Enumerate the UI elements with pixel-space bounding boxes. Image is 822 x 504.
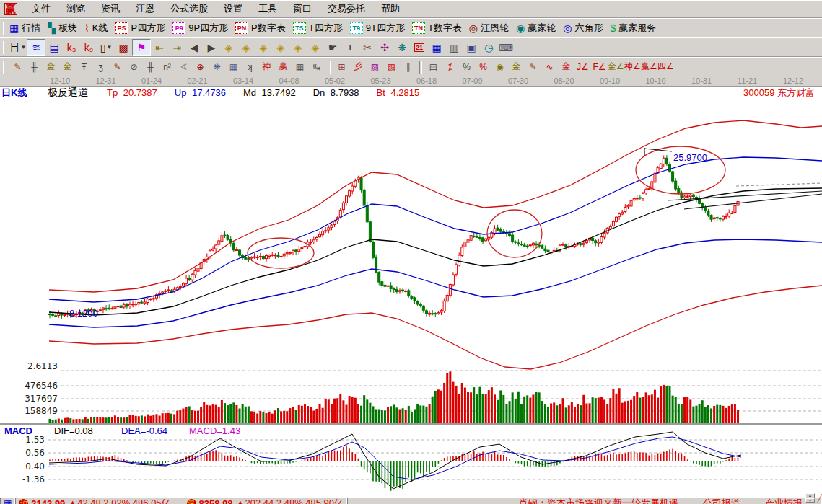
toolbar-button-t-square[interactable]: TST四方形 [293,22,343,35]
tool-next[interactable]: ▶ [203,40,220,55]
status-grid-button[interactable]: ▦ [0,498,15,504]
tool-pattern[interactable]: ▩ [115,40,132,55]
tool-chart-style[interactable]: ≋ [27,39,45,56]
tool-calculator[interactable]: ▦ [428,40,445,55]
draw-tool[interactable]: 神 [258,60,275,74]
draw-tool[interactable]: F∠ [591,60,608,74]
draw-tool[interactable]: 神∠ [624,60,641,74]
draw-tool[interactable]: n² [159,60,175,74]
draw-tool[interactable]: ▦ [225,60,242,74]
menu-item[interactable]: 文件 [32,2,51,15]
tool-calendar[interactable]: 21 [411,40,428,55]
draw-tool[interactable]: ▦ [292,60,308,74]
tool-hand[interactable]: ☛ [324,40,341,55]
draw-tool[interactable]: 金 [43,60,59,74]
tool-prev[interactable]: ◀ [185,40,203,55]
draw-tool[interactable]: J∠ [574,60,591,74]
tool-period-daily[interactable]: 日▼ [9,40,27,55]
draw-tool[interactable]: 赢∠ [641,60,657,74]
tool-full-view[interactable]: ◈ [307,40,324,55]
toolbar-button-9t-square[interactable]: T99T四方形 [350,22,405,35]
toolbar-button-9p-square[interactable]: P99P四方形 [172,22,228,35]
tool-kchart-9[interactable]: k₉ [80,40,97,55]
tool-info-panel[interactable]: ▤ [45,40,63,55]
draw-tool[interactable]: 金 [558,60,574,74]
draw-tool[interactable]: ▤ [425,60,442,74]
menu-item[interactable]: 工具 [258,2,277,15]
draw-tool[interactable]: ╫ [142,60,159,74]
toolbar-button-winner-wheel[interactable]: ◉赢家轮 [516,22,556,35]
draw-tool[interactable]: % [475,60,491,74]
tool-crosshair[interactable]: + [341,40,359,55]
toolbar-button-winner-service[interactable]: $赢家服务 [611,22,657,35]
draw-tool[interactable]: ʒ [92,60,109,74]
tool-expand-x[interactable]: ◈ [237,40,255,55]
toolbar-button-kline[interactable]: ⌇K线 [84,22,108,35]
tool-world-clock[interactable]: ◷ [480,40,497,55]
draw-tool[interactable]: 金∠ [608,60,624,74]
menu-item[interactable]: 江恩 [136,2,154,15]
draw-tool[interactable]: 赢 [275,60,292,74]
tool-expand-all[interactable]: ◈ [289,40,307,55]
tool-cut[interactable]: ✂ [359,40,376,55]
toolbar-handle[interactable] [3,61,6,74]
toolbar-button-hexagon[interactable]: ◎六角形 [563,22,603,35]
tool-candle-style[interactable]: ▯▼ [97,40,115,55]
tool-first-page[interactable]: ⇤ [151,40,168,55]
toolbar-button-sectors[interactable]: ▚板块 [48,22,77,35]
draw-tool[interactable]: 四∠ [657,60,674,74]
draw-tool[interactable]: ╫ [26,60,43,74]
toolbar-button-p-digits[interactable]: PNP数字表 [235,22,286,35]
tool-last-page[interactable]: ⇥ [168,40,185,55]
draw-tool[interactable]: ◉ [491,60,508,74]
menu-item[interactable]: 浏览 [66,2,85,15]
menu-item[interactable]: 设置 [224,2,242,15]
draw-tool[interactable]: ⊞ [333,60,350,74]
tool-analyze[interactable]: ❋ [393,40,411,55]
draw-tool[interactable]: 金 [508,60,525,74]
menu-item[interactable]: 窗口 [293,2,312,15]
menu-item[interactable]: 公式选股 [170,2,208,15]
toolbar-button-quotes[interactable]: ▦行情 [9,22,40,35]
menu-item[interactable]: 资讯 [101,2,120,15]
draw-tool[interactable]: ∥ [400,60,416,74]
tool-gann-tool[interactable]: ✣ [376,40,393,55]
draw-tool[interactable]: ⊕ [192,60,209,74]
scroll-down-icon[interactable]: ▼ [805,498,815,503]
dropdown-arrow-icon[interactable]: ▼ [21,44,27,50]
period-label[interactable]: 日K线 [1,87,27,100]
toolbar-handle[interactable] [3,41,6,54]
draw-tool[interactable]: ↹ [308,60,325,74]
index-panel[interactable]: 沪 2142.99 ▲42.48 2.02% 486.05亿 深 8358.98… [15,498,347,504]
tool-workstation[interactable]: ⌨ [497,40,515,55]
draw-tool[interactable]: ▧ [383,60,400,74]
draw-tool[interactable]: 彡 [350,60,367,74]
menu-item[interactable]: 帮助 [381,2,400,15]
draw-tool[interactable]: ⁒ [442,60,458,74]
toolbar-button-gann-wheel[interactable]: ◎江恩轮 [469,22,509,35]
draw-tool[interactable]: ∿ [541,60,558,74]
tool-expand-both[interactable]: ◈ [255,40,272,55]
draw-tool[interactable]: ▨ [367,60,383,74]
news-link-industry[interactable]: 产业情报 [765,498,803,504]
news-scroll-spinner[interactable]: ▲▼ [805,493,815,503]
tool-shrink-x[interactable]: ◈ [220,40,237,55]
tool-compress[interactable]: ◈ [272,40,289,55]
toolbar-button-p-square[interactable]: PSP四方形 [115,22,166,35]
tool-save[interactable]: ▣ [463,40,480,55]
draw-tool[interactable]: ✎ [9,60,26,74]
tool-notes[interactable]: ▥ [445,40,463,55]
tool-flag[interactable]: ⚑ [132,39,151,56]
draw-tool[interactable]: ⊘ [126,60,142,74]
draw-tool[interactable]: ✎ [525,60,541,74]
news-ticker[interactable]: 肖钢：资本市场将迎来新一轮发展机遇 [519,498,678,504]
toolbar-handle[interactable] [3,22,6,35]
tool-kchart-3[interactable]: k₃ [63,40,80,55]
draw-tool[interactable]: Ŧ [76,60,92,74]
draw-tool[interactable]: ❋ [209,60,225,74]
draw-tool[interactable]: ∢ [175,60,192,74]
draw-tool[interactable]: % [458,60,475,74]
dropdown-arrow-icon[interactable]: ▼ [106,44,112,50]
draw-tool[interactable]: 金 [59,60,76,74]
draw-tool[interactable]: ✎ [109,60,126,74]
